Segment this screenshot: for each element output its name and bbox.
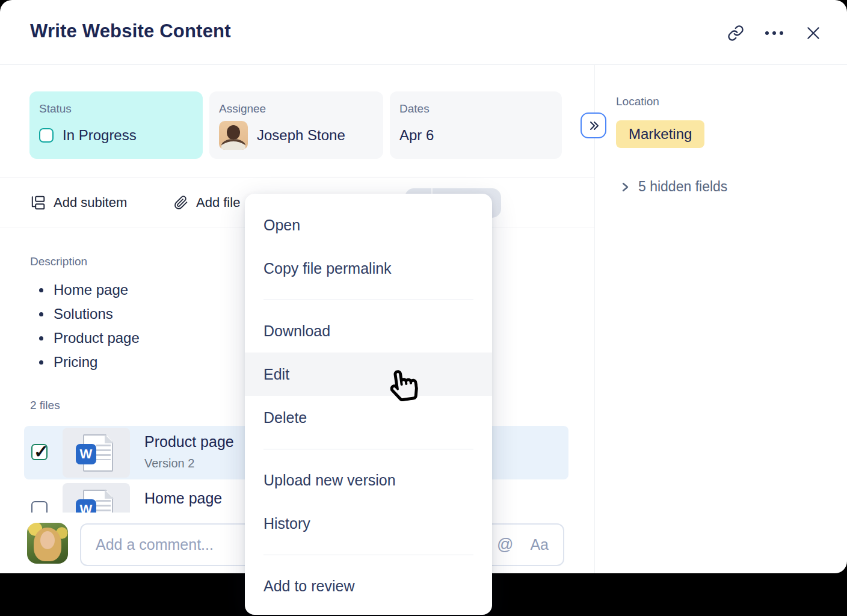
assignee-field[interactable]: Assignee Joseph Stone: [209, 91, 383, 159]
status-label: Status: [39, 102, 193, 116]
menu-item-upload-new-version[interactable]: Upload new version: [245, 458, 492, 502]
text-format-icon[interactable]: Aa: [530, 536, 549, 553]
location-label: Location: [616, 95, 659, 108]
menu-item-download[interactable]: Download: [245, 309, 492, 353]
menu-divider: [263, 300, 473, 300]
menu-item-delete[interactable]: Delete: [245, 396, 492, 439]
word-badge: W: [76, 444, 96, 464]
panel-divider: [594, 65, 595, 573]
hidden-fields-toggle[interactable]: 5 hidden fields: [621, 179, 727, 195]
menu-item-history[interactable]: History: [245, 502, 492, 545]
add-file-button[interactable]: Add file: [174, 178, 240, 227]
add-subitem-label: Add subitem: [54, 195, 127, 211]
dates-value: Apr 6: [399, 127, 434, 144]
more-icon[interactable]: [762, 20, 787, 46]
status-field[interactable]: Status In Progress: [29, 91, 203, 159]
hidden-fields-label: 5 hidden fields: [638, 179, 727, 195]
assignee-label: Assignee: [219, 102, 374, 116]
menu-item-edit[interactable]: Edit: [245, 353, 492, 396]
add-subitem-button[interactable]: Add subitem: [30, 178, 127, 227]
description-item: Solutions: [30, 302, 140, 326]
description-item: Product page: [30, 326, 140, 350]
assignee-avatar: [219, 121, 248, 150]
file-context-menu: Open Copy file permalink Download Edit D…: [245, 194, 492, 615]
menu-divider: [263, 449, 473, 449]
dates-field[interactable]: Dates Apr 6: [390, 91, 562, 159]
assignee-value: Joseph Stone: [257, 127, 345, 144]
paperclip-icon: [174, 196, 188, 210]
collapse-panel-button[interactable]: [581, 112, 606, 138]
chevron-right-icon: [621, 181, 629, 193]
files-count-label: 2 files: [30, 399, 60, 412]
description-label: Description: [30, 255, 87, 268]
subitem-icon: [30, 195, 46, 211]
current-user-avatar[interactable]: [27, 523, 68, 564]
page-title: Write Website Content: [30, 20, 231, 42]
file-name: Home page: [144, 490, 222, 507]
header: Write Website Content: [0, 0, 847, 65]
word-file-icon: W: [63, 428, 130, 478]
mention-icon[interactable]: @: [497, 535, 513, 554]
menu-item-add-to-review[interactable]: Add to review: [245, 564, 492, 608]
description-item: Pricing: [30, 350, 140, 374]
menu-item-copy-file-permalink[interactable]: Copy file permalink: [245, 247, 492, 290]
file-version: Version 2: [144, 457, 194, 470]
description-item: Home page: [30, 278, 140, 302]
status-checkbox[interactable]: [39, 128, 54, 143]
menu-divider: [263, 555, 473, 555]
permalink-icon[interactable]: [723, 20, 748, 46]
file-name: Product page: [144, 433, 234, 451]
description-list: Home page Solutions Product page Pricing: [30, 278, 140, 374]
close-icon[interactable]: [801, 20, 826, 46]
menu-item-open[interactable]: Open: [245, 203, 492, 247]
add-file-label: Add file: [196, 195, 240, 211]
dates-label: Dates: [399, 102, 552, 116]
status-value: In Progress: [63, 127, 137, 144]
location-badge[interactable]: Marketing: [616, 120, 704, 148]
collapse-panel-icon: [587, 119, 600, 132]
file-checkbox-checked[interactable]: [31, 444, 48, 460]
